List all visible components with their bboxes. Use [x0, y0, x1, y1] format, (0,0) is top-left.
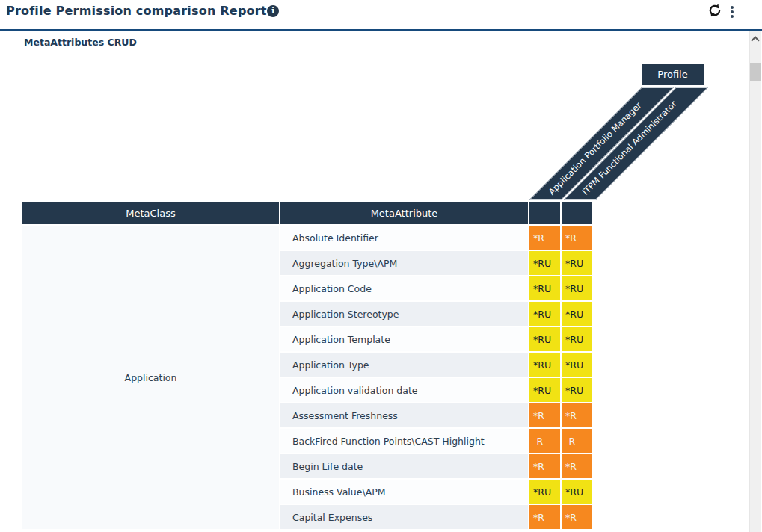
perm-cell: *RU: [529, 378, 560, 402]
perm-cell: *RU: [529, 302, 560, 326]
perm-cell: *R: [562, 454, 592, 478]
attribute-cell: Aggregation Type\APM: [280, 251, 528, 275]
perm-cell: *RU: [562, 276, 592, 300]
info-icon[interactable]: i: [267, 5, 279, 17]
attribute-cell: Business Value\APM: [280, 480, 528, 504]
vertical-scrollbar[interactable]: [749, 31, 761, 532]
perm-cell: -R: [529, 429, 560, 453]
perm-cell: *R: [562, 505, 592, 529]
perm-cell: *RU: [562, 302, 592, 326]
scroll-up-icon[interactable]: [751, 36, 759, 44]
perm-cell: *RU: [562, 480, 592, 504]
perm-cell: *R: [562, 403, 592, 427]
attribute-cell: Application Stereotype: [280, 302, 528, 326]
table-header-row: MetaClass MetaAttribute: [22, 202, 592, 224]
perm-cell: *RU: [529, 251, 560, 275]
report-page: Profile Permission comparison Report i M…: [0, 0, 762, 532]
perm-cell: *RU: [529, 327, 560, 351]
attribute-cell: Application Template: [280, 327, 528, 351]
perm-cell: *RU: [562, 353, 592, 377]
refresh-icon[interactable]: [707, 3, 722, 18]
perm-cell: *R: [529, 403, 560, 427]
attribute-cell: Application Code: [280, 276, 528, 300]
perm-cell: *RU: [529, 353, 560, 377]
title-divider: [0, 29, 762, 31]
perm-cell: *RU: [562, 327, 592, 351]
section-title: MetaAttributes CRUD: [24, 37, 137, 48]
attribute-cell: Capital Expenses: [280, 505, 528, 529]
profile-col-header-1: [529, 202, 560, 224]
perm-cell: *R: [562, 226, 592, 250]
perm-cell: *RU: [529, 480, 560, 504]
perm-cell: *R: [529, 454, 560, 478]
perm-cell: *RU: [562, 251, 592, 275]
attribute-cell: BackFired Function Points\CAST Highlight: [280, 429, 528, 453]
metaclass-header: MetaClass: [22, 202, 279, 224]
top-bar: Profile Permission comparison Report i: [0, 0, 762, 29]
attribute-cell: Assessment Freshness: [280, 403, 528, 427]
attribute-cell: Begin Life date: [280, 454, 528, 478]
perm-cell: *R: [529, 226, 560, 250]
table-row: Application Absolute Identifier *R *R: [22, 226, 592, 250]
metaattribute-header: MetaAttribute: [280, 202, 528, 224]
attribute-cell: Absolute Identifier: [280, 226, 528, 250]
scrollbar-thumb[interactable]: [750, 63, 761, 81]
page-title: Profile Permission comparison Report: [6, 4, 267, 18]
kebab-menu-icon[interactable]: [727, 4, 737, 18]
perm-cell: *R: [529, 505, 560, 529]
attribute-cell: Application Type: [280, 353, 528, 377]
permissions-table: MetaClass MetaAttribute Application Abso…: [21, 200, 594, 531]
perm-cell: *RU: [529, 276, 560, 300]
metaclass-cell: Application: [22, 226, 279, 529]
profile-col-header-2: [562, 202, 592, 224]
perm-cell: -R: [562, 429, 592, 453]
perm-cell: *RU: [562, 378, 592, 402]
attribute-cell: Application validation date: [280, 378, 528, 402]
